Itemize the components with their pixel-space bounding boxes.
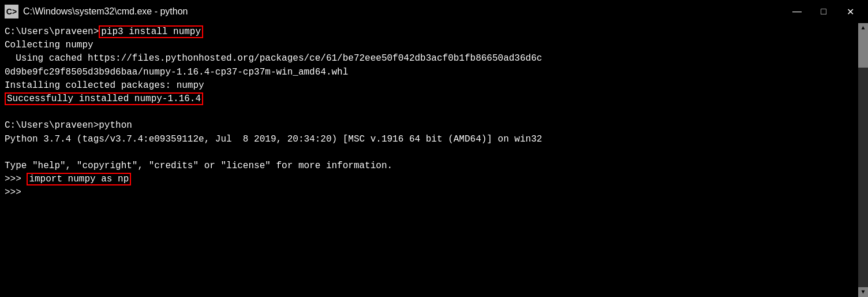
window-controls: — □ ✕ xyxy=(784,0,863,23)
scroll-down-button[interactable]: ▼ xyxy=(858,287,868,297)
terminal-line xyxy=(5,146,854,159)
app-icon: C> xyxy=(5,5,18,18)
terminal-line: C:\Users\praveen>python xyxy=(5,119,854,132)
prompt: >>> xyxy=(5,174,27,184)
minimize-button[interactable]: — xyxy=(784,0,810,23)
content-area: C:\Users\praveen>pip3 install numpy Coll… xyxy=(0,23,868,297)
terminal-line: Type "help", "copyright", "credits" or "… xyxy=(5,159,854,173)
pip-command-highlight: pip3 install numpy xyxy=(99,25,203,38)
terminal-output[interactable]: C:\Users\praveen>pip3 install numpy Coll… xyxy=(0,23,858,297)
terminal-line: >>> import numpy as np xyxy=(5,173,854,186)
app-icon-label: C> xyxy=(6,8,17,16)
cmd-window: C> C:\Windows\system32\cmd.exe - python … xyxy=(0,0,868,297)
terminal-line: Installing collected packages: numpy xyxy=(5,79,854,92)
scrollbar[interactable]: ▲ ▼ xyxy=(858,23,868,297)
scroll-thumb[interactable] xyxy=(858,33,868,68)
close-button[interactable]: ✕ xyxy=(837,0,863,23)
maximize-button[interactable]: □ xyxy=(810,0,837,23)
terminal-line: Successfully installed numpy-1.16.4 xyxy=(5,92,854,106)
success-highlight: Successfully installed numpy-1.16.4 xyxy=(5,92,203,105)
import-highlight: import numpy as np xyxy=(27,173,131,185)
terminal-line: Python 3.7.4 (tags/v3.7.4:e09359112e, Ju… xyxy=(5,133,854,146)
terminal-line: Collecting numpy xyxy=(5,39,854,52)
line-prefix: C:\Users\praveen> xyxy=(5,27,99,37)
scroll-track[interactable] xyxy=(858,33,868,287)
terminal-line: C:\Users\praveen>pip3 install numpy xyxy=(5,25,854,39)
title-bar: C> C:\Windows\system32\cmd.exe - python … xyxy=(0,0,868,23)
scroll-up-button[interactable]: ▲ xyxy=(858,23,868,33)
window-title: C:\Windows\system32\cmd.exe - python xyxy=(23,6,784,17)
terminal-line: >>> xyxy=(5,186,854,199)
terminal-line: 0d9be9fc29f8505d3b9d6baa/numpy-1.16.4-cp… xyxy=(5,66,854,79)
terminal-line xyxy=(5,106,854,119)
terminal-line: Using cached https://files.pythonhosted.… xyxy=(5,52,854,65)
